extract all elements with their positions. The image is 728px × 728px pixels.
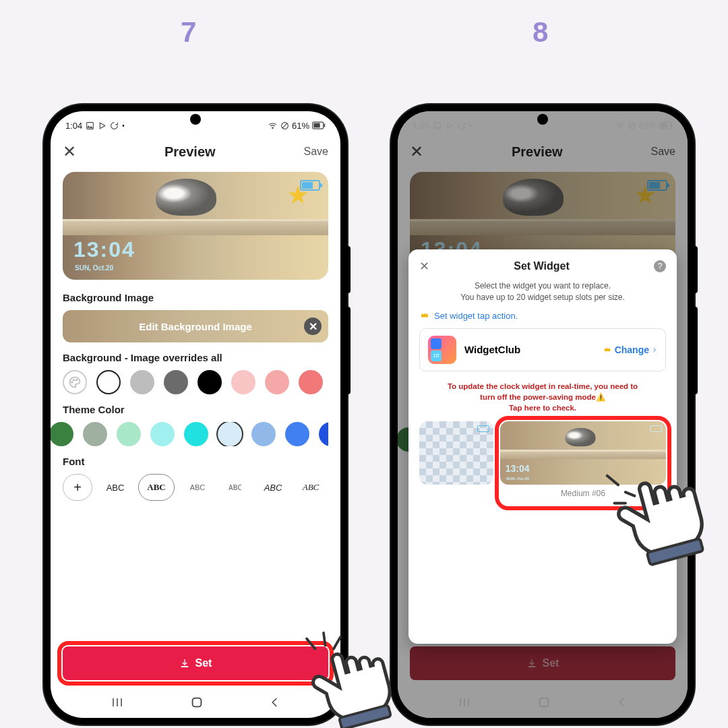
play-icon <box>98 121 107 130</box>
widget-preview: 13:04 SUN, Oct.20 <box>63 172 328 280</box>
more-dot: • <box>122 122 125 129</box>
font-option-2-selected[interactable]: ABC <box>138 474 175 501</box>
modal-close-icon[interactable]: ✕ <box>419 259 429 274</box>
svg-point-2 <box>272 127 274 128</box>
swatch-royalblue[interactable] <box>319 422 328 446</box>
swatch-mint[interactable] <box>117 422 141 446</box>
image-icon <box>86 121 94 130</box>
svg-line-4 <box>282 123 288 128</box>
change-label: Change <box>615 344 649 355</box>
help-icon[interactable]: ? <box>654 260 666 272</box>
save-button[interactable]: Save <box>304 146 328 158</box>
svg-rect-11 <box>181 666 188 667</box>
tap-action-label: Set widget tap action. <box>434 311 518 321</box>
screen-left: 1:04 • 61% <box>51 111 340 718</box>
svg-rect-6 <box>314 123 320 128</box>
svg-rect-19 <box>339 705 391 728</box>
widgetclub-app-icon <box>428 336 456 364</box>
cat-image <box>565 428 595 447</box>
shelf-graphic <box>63 219 328 235</box>
tap-action-link[interactable]: Set widget tap action. <box>419 310 666 322</box>
swatch-black[interactable] <box>198 370 222 394</box>
swatch-lightblue[interactable] <box>251 422 276 446</box>
swatch-aqua[interactable] <box>150 422 175 446</box>
screen-right: 1:05 • 61% <box>398 111 688 718</box>
download-icon <box>179 658 190 669</box>
font-option-1[interactable]: ABC <box>100 474 130 501</box>
slot-thumb-empty <box>419 421 493 485</box>
nav-recent[interactable] <box>110 696 125 711</box>
widget-clock-time: 13:04 <box>73 237 135 262</box>
widget-slot-row: 13:04 SUN, Oct.20 Medium #06 <box>419 421 666 498</box>
widget-clock-date: SUN, Oct.20 <box>75 264 113 272</box>
font-option-5[interactable]: ABC <box>258 474 288 501</box>
swatch-skyblue-selected[interactable] <box>218 422 242 446</box>
theme-swatch-row <box>51 422 328 446</box>
status-time: 1:04 <box>65 121 82 131</box>
swatch-blue[interactable] <box>285 422 309 446</box>
set-widget-modal: ✕ Set Widget ? Select the widget you wan… <box>408 249 677 644</box>
modal-title: Set Widget <box>514 260 570 272</box>
phone-right: 1:05 • 61% <box>391 104 694 725</box>
camera-notch <box>190 114 201 125</box>
camera-notch <box>537 114 548 125</box>
swatch-pink[interactable] <box>265 370 289 394</box>
nav-home[interactable] <box>189 695 204 712</box>
svg-rect-7 <box>324 124 326 127</box>
swatch-green-edge[interactable] <box>51 422 73 446</box>
content-area: 13:04 SUN, Oct.20 Background Image Edit … <box>51 168 340 690</box>
cat-image <box>156 179 216 216</box>
section-theme: Theme Color <box>63 404 328 415</box>
app-header: ✕ Preview Save <box>51 135 340 168</box>
battery-icon <box>312 121 326 129</box>
sync-icon <box>110 121 119 130</box>
widget-slot-medium-06[interactable]: 13:04 SUN, Oct.20 Medium #06 <box>500 421 666 498</box>
crown-icon <box>603 344 612 355</box>
section-font: Font <box>63 456 328 467</box>
nav-back[interactable] <box>269 695 281 712</box>
close-icon[interactable]: ✕ <box>63 142 76 161</box>
step-number-8: 8 <box>533 16 548 49</box>
svg-marker-1 <box>100 123 106 129</box>
navigation-bar <box>51 690 340 718</box>
swatch-coral[interactable] <box>299 370 323 394</box>
crown-icon <box>419 310 430 322</box>
palette-picker-icon[interactable] <box>63 370 87 394</box>
slot-date: SUN, Oct.20 <box>506 477 529 481</box>
swatch-white[interactable] <box>96 370 121 394</box>
app-card: WidgetClub Change <box>419 328 666 371</box>
shelf-graphic <box>500 450 666 459</box>
font-option-4[interactable]: ABC <box>220 474 250 501</box>
swatch-cyan[interactable] <box>184 422 208 446</box>
edit-background-button[interactable]: Edit Background Image ✕ <box>63 310 328 342</box>
section-bg-image: Background Image <box>63 292 328 303</box>
font-option-3[interactable]: ABC <box>183 474 212 501</box>
swatch-grey[interactable] <box>130 370 154 394</box>
wifi-icon <box>268 121 278 130</box>
no-signal-icon <box>280 121 289 130</box>
set-button[interactable]: Set <box>63 646 328 680</box>
bg-swatch-row <box>63 370 328 394</box>
swatch-lightpink[interactable] <box>231 370 255 394</box>
mini-battery-icon <box>477 425 489 432</box>
swatch-sage[interactable] <box>83 422 107 446</box>
page-title: Preview <box>164 144 216 160</box>
change-app-button[interactable]: Change <box>603 344 657 355</box>
svg-point-9 <box>73 380 75 381</box>
remove-bg-icon[interactable]: ✕ <box>304 317 322 335</box>
mini-battery-icon <box>650 425 662 432</box>
svg-point-10 <box>76 380 78 381</box>
font-option-6[interactable]: ABC <box>296 474 326 501</box>
swatch-darkgrey[interactable] <box>164 370 188 394</box>
add-font-button[interactable]: + <box>63 474 92 501</box>
app-name: WidgetClub <box>464 344 595 355</box>
slot-label: Medium #06 <box>561 489 605 498</box>
modal-description: Select the widget you want to replace. Y… <box>419 280 666 303</box>
widget-slot-empty[interactable] <box>419 421 493 485</box>
font-row: + ABC ABC ABC ABC ABC ABC <box>63 474 328 501</box>
power-saving-warning[interactable]: To update the clock widget in real-time,… <box>419 381 666 413</box>
phone-left: 1:04 • 61% <box>44 104 347 725</box>
step-number-7: 7 <box>181 16 196 49</box>
chevron-right-icon <box>652 346 657 354</box>
section-bg-color: Background - Image overrides all <box>63 352 328 363</box>
